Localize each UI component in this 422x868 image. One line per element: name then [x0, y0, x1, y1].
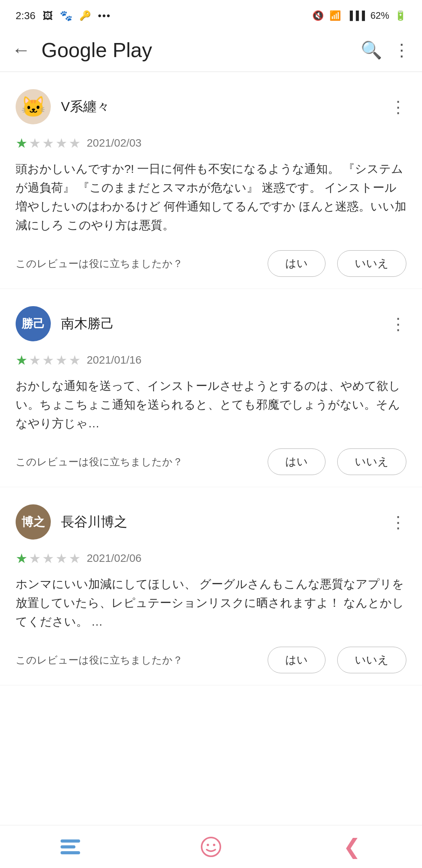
app-bar: ← Google Play 🔍 ⋮ [0, 28, 422, 72]
svg-point-1 [207, 844, 209, 846]
avatar: 勝己 [16, 306, 51, 341]
star-1: ★ [16, 352, 27, 368]
more-menu-icon[interactable]: ⋮ [393, 40, 410, 60]
search-icon[interactable]: 🔍 [361, 40, 382, 60]
star-2: ★ [29, 551, 41, 566]
status-time: 2:36 🖼 🐾 🔑 ••• [16, 10, 111, 22]
review-date: 2021/02/03 [87, 137, 141, 149]
svg-point-2 [213, 844, 215, 846]
reviewer-name: 南木勝己 [61, 315, 114, 333]
wave-line-2 [61, 845, 75, 848]
review-card: 博之 長谷川博之 ⋮ ★ ★ ★ ★ ★ 2021/02/06 ホンマにいい加減… [0, 487, 422, 685]
waves-icon [61, 839, 80, 854]
nav-item-face[interactable] [197, 835, 225, 859]
back-icon-container: ❮ [338, 835, 365, 859]
stars-row: ★ ★ ★ ★ ★ 2021/02/06 [16, 551, 406, 566]
waves-icon-container [57, 835, 84, 859]
back-arrow-nav-icon: ❮ [343, 834, 361, 859]
star-5: ★ [69, 135, 80, 151]
helpful-no-button[interactable]: いいえ [337, 448, 406, 475]
star-5: ★ [69, 551, 80, 566]
star-4: ★ [55, 551, 67, 566]
helpful-no-button[interactable]: いいえ [337, 250, 406, 277]
reviews-list: 🐱 V系纏々 ⋮ ★ ★ ★ ★ ★ 2021/02/03 頭おかしいんですか?… [0, 72, 422, 732]
review-more-icon[interactable]: ⋮ [390, 314, 406, 334]
wave-line-3 [61, 851, 80, 854]
review-text: 頭おかしいんですか?! 一日に何件も不安になるような通知。 『システムが過負荷』… [16, 160, 406, 235]
review-user-info: 勝己 南木勝己 [16, 306, 114, 341]
nav-item-waves[interactable] [57, 835, 84, 859]
review-header: 勝己 南木勝己 ⋮ [16, 306, 406, 341]
star-1: ★ [16, 551, 27, 566]
review-header: 🐱 V系纏々 ⋮ [16, 89, 406, 124]
dots-icon: ••• [98, 10, 111, 22]
battery-icon: 🔋 [395, 10, 406, 21]
star-rating: ★ ★ ★ ★ ★ [16, 551, 80, 566]
star-4: ★ [55, 135, 67, 151]
signal-icon: ▐▐▐ [347, 11, 365, 21]
review-date: 2021/02/06 [87, 552, 141, 565]
star-3: ★ [42, 551, 54, 566]
wifi-icon: 📶 [329, 10, 341, 21]
helpful-yes-button[interactable]: はい [268, 250, 325, 277]
review-more-icon[interactable]: ⋮ [390, 513, 406, 532]
wave-line-1 [61, 839, 80, 843]
avatar: 🐱 [16, 89, 51, 124]
helpful-row: このレビューは役に立ちましたか？ はい いいえ [16, 448, 406, 475]
avatar-text: 勝己 [21, 316, 45, 332]
status-bar: 2:36 🖼 🐾 🔑 ••• 🔇 📶 ▐▐▐ 62% 🔋 [0, 0, 422, 28]
battery-percent: 62% [370, 10, 389, 21]
star-2: ★ [29, 135, 41, 151]
star-2: ★ [29, 352, 41, 368]
app-bar-title: Google Play [41, 38, 361, 62]
review-text: ホンマにいい加減にしてほしい、 グーグルさんもこんな悪質なアプリを放置していたら… [16, 575, 406, 631]
helpful-label: このレビューは役に立ちましたか？ [16, 257, 256, 271]
photo-icon: 🖼 [43, 10, 53, 22]
avatar-text: 博之 [21, 514, 45, 530]
helpful-no-button[interactable]: いいえ [337, 647, 406, 673]
review-header: 博之 長谷川博之 ⋮ [16, 504, 406, 540]
star-3: ★ [42, 135, 54, 151]
review-card: 勝己 南木勝己 ⋮ ★ ★ ★ ★ ★ 2021/01/16 おかしな通知を送っ… [0, 289, 422, 487]
star-rating: ★ ★ ★ ★ ★ [16, 352, 80, 368]
helpful-label: このレビューは役に立ちましたか？ [16, 455, 256, 469]
review-user-info: 博之 長谷川博之 [16, 504, 127, 540]
svg-point-0 [202, 838, 220, 856]
review-user-info: 🐱 V系纏々 [16, 89, 110, 124]
status-right-icons: 🔇 📶 ▐▐▐ 62% 🔋 [312, 10, 406, 21]
review-text: おかしな通知を送って、インストールさせようとするのは、やめて欲しい。ちょこちょこ… [16, 377, 406, 433]
back-button[interactable]: ← [12, 39, 30, 61]
stars-row: ★ ★ ★ ★ ★ 2021/01/16 [16, 352, 406, 368]
review-more-icon[interactable]: ⋮ [390, 97, 406, 117]
helpful-yes-button[interactable]: はい [268, 647, 325, 673]
paw-icon: 🐾 [60, 10, 72, 22]
helpful-row: このレビューは役に立ちましたか？ はい いいえ [16, 250, 406, 277]
reviewer-name: 長谷川博之 [61, 513, 127, 531]
review-date: 2021/01/16 [87, 354, 141, 366]
helpful-yes-button[interactable]: はい [268, 448, 325, 475]
star-3: ★ [42, 352, 54, 368]
star-4: ★ [55, 352, 67, 368]
key-icon: 🔑 [79, 10, 91, 21]
star-5: ★ [69, 352, 80, 368]
avatar-emoji: 🐱 [21, 95, 46, 119]
helpful-label: このレビューは役に立ちましたか？ [16, 653, 256, 667]
star-rating: ★ ★ ★ ★ ★ [16, 135, 80, 151]
stars-row: ★ ★ ★ ★ ★ 2021/02/03 [16, 135, 406, 151]
face-icon [200, 836, 222, 858]
time-display: 2:36 [16, 10, 36, 22]
bottom-nav: ❮ [0, 825, 422, 868]
mute-icon: 🔇 [312, 10, 324, 21]
review-card: 🐱 V系纏々 ⋮ ★ ★ ★ ★ ★ 2021/02/03 頭おかしいんですか?… [0, 72, 422, 289]
avatar: 博之 [16, 504, 51, 540]
reviewer-name: V系纏々 [61, 98, 110, 116]
face-icon-container [197, 835, 225, 859]
nav-item-back[interactable]: ❮ [338, 835, 365, 859]
helpful-row: このレビューは役に立ちましたか？ はい いいえ [16, 647, 406, 673]
star-1: ★ [16, 135, 27, 151]
app-bar-actions: 🔍 ⋮ [361, 40, 410, 60]
